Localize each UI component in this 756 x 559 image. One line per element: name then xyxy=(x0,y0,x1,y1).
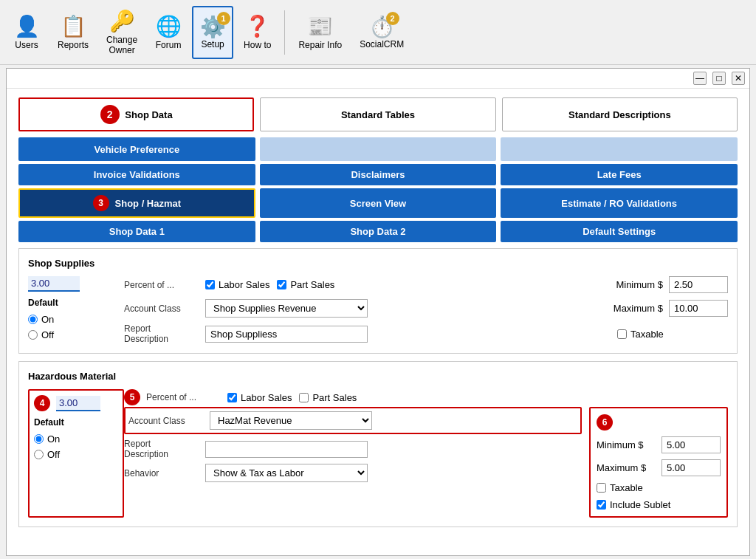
nav-row-3: 3 Shop / Hazmat Screen View Estimate / R… xyxy=(18,188,738,218)
supplies-account-select[interactable]: Shop Supplies Revenue xyxy=(205,299,368,318)
supplies-on-radio-input[interactable] xyxy=(28,315,38,324)
main-content: 2 Shop Data Standard Tables Standard Des… xyxy=(7,89,749,555)
setup-label: Setup xyxy=(201,39,224,49)
supplies-taxable-check[interactable]: Taxable xyxy=(617,329,664,340)
hazmat-form-fields: Account Class HazMat Revenue ReportDescr… xyxy=(124,407,582,518)
supplies-part-sales-check[interactable]: Part Sales xyxy=(277,279,334,290)
toolbar-reports[interactable]: 📋 Reports xyxy=(50,6,96,59)
hazmat-account-select[interactable]: HazMat Revenue xyxy=(210,411,372,430)
hazmat-off-radio-input[interactable] xyxy=(34,450,44,459)
close-button[interactable]: ✕ xyxy=(732,72,745,85)
hazmat-behavior-row: Behavior Show & Tax as Labor xyxy=(124,464,582,482)
main-window: — □ ✕ 2 Shop Data Standard Tables Standa… xyxy=(6,68,750,556)
supplies-desc-label: ReportDescription xyxy=(124,323,198,344)
hazmat-part-sales-checkbox[interactable] xyxy=(299,393,309,402)
hazmat-percent-label: Percent of ... xyxy=(146,392,220,402)
toolbar-how-to[interactable]: ❓ How to xyxy=(236,6,278,59)
forum-label: Forum xyxy=(156,40,182,50)
hazmat-on-radio[interactable]: On xyxy=(34,433,118,445)
nav-shop-data-1[interactable]: Shop Data 1 xyxy=(18,221,255,242)
hazmat-min-row: Minimum $ xyxy=(597,436,721,453)
toolbar-social-crm[interactable]: ⏱️ 2 SocialCRM xyxy=(352,6,411,59)
nav-row-1: Vehicle Preference xyxy=(18,137,738,161)
supplies-percent-input[interactable] xyxy=(28,276,80,292)
hazmat-include-sublet-checkbox[interactable] xyxy=(597,500,606,510)
supplies-off-radio[interactable]: Off xyxy=(28,329,117,340)
hazmat-include-sublet-check[interactable]: Include Sublet xyxy=(597,499,721,510)
supplies-labor-sales-checkbox[interactable] xyxy=(205,280,215,289)
minimize-button[interactable]: — xyxy=(693,72,707,85)
how-to-label: How to xyxy=(244,40,271,50)
hazmat-max-input[interactable] xyxy=(662,459,721,476)
supplies-account-row: Account Class Shop Supplies Revenue Maxi… xyxy=(124,299,728,318)
hazmat-right: 5 Percent of ... Labor Sales Part Sales xyxy=(124,389,728,518)
hazmat-min-label: Minimum $ xyxy=(597,439,656,450)
nav-disclaimers[interactable]: Disclaimers xyxy=(260,164,497,185)
repair-info-label: Repair Info xyxy=(298,40,342,50)
supplies-min-input[interactable] xyxy=(669,276,728,293)
social-crm-badge: 2 xyxy=(386,12,399,25)
hazmat-on-radio-input[interactable] xyxy=(34,434,44,444)
supplies-off-radio-input[interactable] xyxy=(28,330,38,340)
default-label: Default xyxy=(28,298,117,308)
nav-row-2: Invoice Validations Disclaimers Late Fee… xyxy=(18,164,738,185)
nav-invoice-validations[interactable]: Invoice Validations xyxy=(18,164,255,185)
hazmat-desc-label: ReportDescription xyxy=(124,439,198,459)
supplies-percent-label: Percent of ... xyxy=(124,280,198,290)
hazmat-behavior-label: Behavior xyxy=(124,468,198,479)
hazmat-percent-row: Percent of ... Labor Sales Part Sales xyxy=(146,392,728,403)
shop-supplies-title: Shop Supplies xyxy=(28,258,728,269)
supplies-desc-input[interactable] xyxy=(205,326,368,343)
supplies-on-radio[interactable]: On xyxy=(28,314,117,325)
badge-6: 6 xyxy=(597,414,613,431)
toolbar-repair-info[interactable]: 📰 Repair Info xyxy=(291,6,349,59)
tab-shop-data[interactable]: 2 Shop Data xyxy=(18,97,254,131)
nav-estimate-ro[interactable]: Estimate / RO Validations xyxy=(501,188,738,218)
hazmat-minmax-panel: 6 Minimum $ Maximum $ xyxy=(589,407,728,518)
hazmat-account-row: Account Class HazMat Revenue xyxy=(124,407,582,434)
toolbar-change-owner[interactable]: 🔑 ChangeOwner xyxy=(99,6,145,59)
key-icon: 🔑 xyxy=(109,9,135,33)
toolbar-forum[interactable]: 🌐 Forum xyxy=(148,6,189,59)
hazmat-percent-input[interactable] xyxy=(56,396,100,411)
hazmat-part-sales-check[interactable]: Part Sales xyxy=(299,392,357,403)
supplies-part-sales-checkbox[interactable] xyxy=(277,280,286,289)
hazmat-behavior-select[interactable]: Show & Tax as Labor xyxy=(205,464,368,482)
toolbar-setup[interactable]: ⚙️ 1 Setup xyxy=(192,6,233,59)
hazmat-title: Hazardous Material xyxy=(28,371,728,382)
hazmat-desc-row: ReportDescription Environmental Fee xyxy=(124,439,582,459)
reports-icon: 📋 xyxy=(61,14,86,38)
supplies-min-label: Minimum $ xyxy=(616,279,663,290)
repair-info-icon: 📰 xyxy=(307,14,333,38)
toolbar: 👤 Users 📋 Reports 🔑 ChangeOwner 🌐 Forum … xyxy=(0,0,756,65)
tab-standard-tables[interactable]: Standard Tables xyxy=(260,97,495,131)
hazmat-labor-sales-check[interactable]: Labor Sales xyxy=(227,392,292,403)
toolbar-users[interactable]: 👤 Users xyxy=(6,6,47,59)
nav-vehicle-preference[interactable]: Vehicle Preference xyxy=(18,137,255,161)
nav-shop-hazmat[interactable]: 3 Shop / Hazmat xyxy=(18,188,255,218)
hazmat-off-radio[interactable]: Off xyxy=(34,449,118,460)
shop-supplies-panel: Shop Supplies Default On Off xyxy=(18,248,738,354)
supplies-max-input[interactable] xyxy=(669,300,728,317)
users-icon: 👤 xyxy=(14,14,40,38)
maximize-button[interactable]: □ xyxy=(712,72,726,85)
hazmat-labor-sales-checkbox[interactable] xyxy=(227,393,237,402)
forum-icon: 🌐 xyxy=(156,14,182,38)
reports-label: Reports xyxy=(58,40,89,50)
hazmat-left: 4 Default On Off xyxy=(28,389,124,518)
supplies-taxable-checkbox[interactable] xyxy=(617,329,627,339)
nav-shop-data-2[interactable]: Shop Data 2 xyxy=(260,221,497,242)
hazmat-taxable-check[interactable]: Taxable xyxy=(597,482,721,493)
supplies-labor-sales-check[interactable]: Labor Sales xyxy=(205,279,269,290)
hazmat-min-input[interactable] xyxy=(662,436,721,453)
hazmat-desc-input[interactable]: Environmental Fee xyxy=(205,441,368,458)
nav-late-fees[interactable]: Late Fees xyxy=(501,164,738,185)
hazmat-taxable-checkbox[interactable] xyxy=(597,483,606,493)
tab-standard-descriptions[interactable]: Standard Descriptions xyxy=(502,97,738,131)
nav-default-settings[interactable]: Default Settings xyxy=(501,221,738,242)
nav-empty-2 xyxy=(501,137,738,161)
nav-screen-view[interactable]: Screen View xyxy=(260,188,497,218)
window-titlebar: — □ ✕ xyxy=(7,69,749,89)
toolbar-divider xyxy=(284,10,285,55)
social-crm-label: SocialCRM xyxy=(360,39,404,49)
